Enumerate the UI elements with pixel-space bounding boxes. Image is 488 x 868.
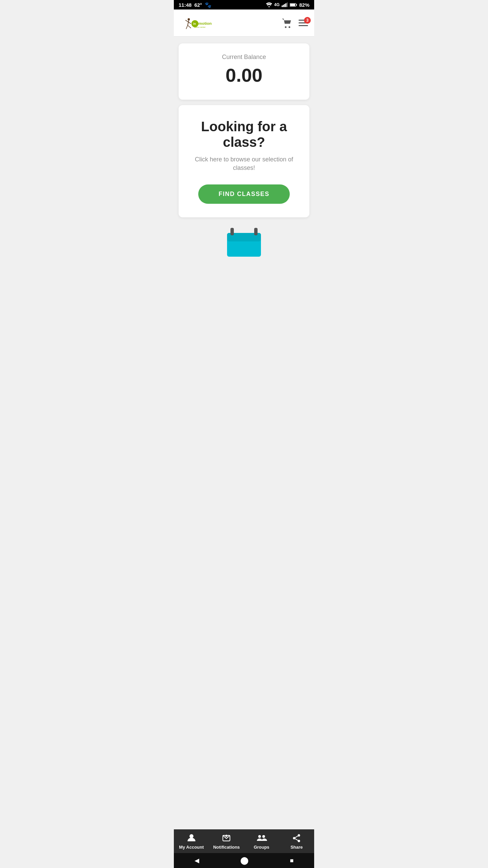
find-classes-subtitle: Click here to browse our selection of cl… — [189, 155, 299, 172]
svg-line-13 — [186, 25, 188, 29]
status-app-icon: 🐾 — [205, 2, 211, 8]
svg-text:dance center: dance center — [194, 26, 206, 28]
svg-text:in: in — [193, 22, 196, 25]
battery-percent: 82% — [299, 2, 309, 8]
svg-rect-2 — [283, 5, 284, 7]
app-header: in motion dance center 3 — [174, 9, 314, 37]
signal-bars-icon — [282, 2, 288, 7]
menu-badge: 3 — [304, 17, 311, 24]
balance-label: Current Balance — [185, 54, 303, 61]
svg-rect-4 — [285, 3, 286, 7]
svg-rect-1 — [282, 5, 283, 7]
signal-type: 4G — [274, 2, 280, 7]
calendar-preview — [179, 223, 309, 258]
status-bar: 11:48 62° 🐾 4G 82% — [174, 0, 314, 9]
svg-rect-8 — [290, 4, 295, 6]
svg-line-14 — [188, 25, 191, 28]
svg-rect-23 — [230, 228, 234, 235]
svg-rect-7 — [296, 4, 297, 5]
svg-line-12 — [188, 22, 191, 23]
svg-point-0 — [268, 6, 270, 7]
status-left: 11:48 62° 🐾 — [179, 2, 211, 8]
app-logo: in motion dance center — [180, 13, 224, 33]
svg-point-19 — [285, 26, 287, 28]
battery-icon — [290, 3, 297, 7]
svg-text:motion: motion — [199, 21, 212, 25]
calendar-icon-large — [225, 226, 263, 258]
status-right: 4G 82% — [266, 2, 309, 8]
status-time: 11:48 — [179, 2, 191, 8]
svg-rect-3 — [284, 4, 285, 7]
svg-rect-5 — [287, 2, 288, 7]
svg-point-20 — [289, 26, 290, 28]
find-classes-title: Looking for a class? — [189, 119, 299, 150]
wifi-icon — [266, 2, 272, 7]
cart-icon — [282, 18, 292, 28]
balance-amount: 0.00 — [185, 64, 303, 86]
logo-area[interactable]: in motion dance center — [180, 13, 224, 33]
svg-rect-24 — [254, 228, 258, 235]
main-content: Current Balance 0.00 Looking for a class… — [174, 37, 314, 316]
svg-line-11 — [185, 20, 188, 22]
status-temp: 62° — [194, 2, 202, 8]
header-icons: 3 — [282, 17, 308, 28]
balance-card: Current Balance 0.00 — [179, 43, 309, 100]
cart-button[interactable] — [282, 17, 292, 28]
find-classes-button[interactable]: FIND CLASSES — [198, 184, 290, 204]
svg-line-10 — [188, 20, 189, 25]
find-classes-card[interactable]: Looking for a class? Click here to brows… — [179, 105, 309, 217]
svg-point-9 — [188, 18, 190, 20]
menu-button[interactable]: 3 — [299, 20, 308, 26]
